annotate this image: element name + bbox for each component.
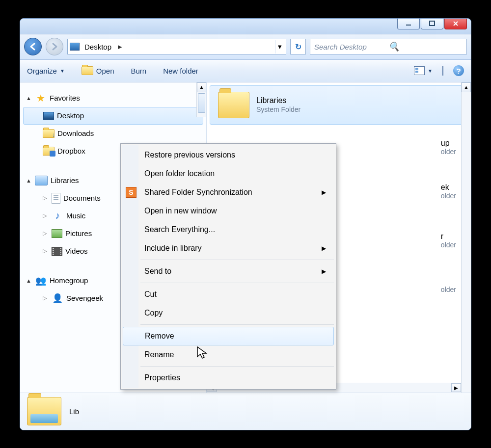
menu-rename[interactable]: Rename bbox=[122, 345, 335, 364]
folder-icon bbox=[218, 92, 249, 118]
desktop-icon bbox=[70, 43, 80, 51]
menu-label: Cut bbox=[144, 290, 157, 299]
scroll-thumb[interactable] bbox=[198, 93, 205, 113]
forward-button[interactable] bbox=[46, 38, 63, 55]
menu-separator bbox=[140, 324, 334, 325]
explorer-window: Desktop ▶ ▾ ↻ Search Desktop 🔍 Organize … bbox=[20, 18, 471, 430]
scroll-right-icon[interactable]: ▶ bbox=[451, 383, 461, 392]
document-icon bbox=[52, 193, 60, 204]
menu-copy[interactable]: Copy bbox=[122, 304, 335, 322]
file-type-partial: older bbox=[441, 241, 456, 249]
chevron-down-icon: ▼ bbox=[428, 68, 433, 74]
search-input[interactable]: Search Desktop 🔍 bbox=[310, 39, 467, 54]
sidebar-item-label: Music bbox=[66, 211, 85, 220]
expand-icon[interactable]: ▷ bbox=[43, 230, 49, 237]
submenu-arrow-icon: ▶ bbox=[322, 245, 326, 252]
back-button[interactable] bbox=[24, 38, 42, 55]
submenu-arrow-icon: ▶ bbox=[322, 268, 326, 275]
sidebar-item-label: Pictures bbox=[65, 229, 92, 237]
collapse-icon[interactable]: ▲ bbox=[26, 95, 32, 101]
toolbar: Organize ▼ Open Burn New folder ▼ ? bbox=[20, 60, 471, 82]
homegroup-label: Homegroup bbox=[50, 276, 88, 285]
details-name-partial: Lib bbox=[69, 407, 79, 416]
expand-icon[interactable]: ▷ bbox=[43, 195, 49, 201]
breadcrumb-arrow-icon[interactable]: ▶ bbox=[116, 44, 123, 50]
menu-open-folder-location[interactable]: Open folder location bbox=[122, 164, 335, 183]
menu-label: Include in library bbox=[144, 244, 202, 253]
pane-icon bbox=[442, 66, 443, 76]
menu-shared-folder-sync[interactable]: S Shared Folder Synchronization ▶ bbox=[122, 183, 335, 202]
preview-pane-button[interactable] bbox=[442, 67, 443, 75]
menu-remove[interactable]: Remove bbox=[123, 327, 334, 345]
address-dropdown[interactable]: ▾ bbox=[275, 40, 284, 53]
libraries-icon bbox=[35, 176, 48, 185]
sidebar-item-label: Documents bbox=[63, 194, 101, 202]
favorites-label: Favorites bbox=[50, 94, 80, 102]
menu-separator bbox=[140, 366, 334, 367]
file-type-partial: older bbox=[441, 148, 456, 156]
new-folder-button[interactable]: New folder bbox=[163, 67, 198, 75]
svg-rect-0 bbox=[406, 25, 411, 26]
downloads-folder-icon bbox=[43, 129, 55, 138]
menu-open-in-new-window[interactable]: Open in new window bbox=[122, 202, 335, 220]
person-icon: 👤 bbox=[52, 293, 63, 304]
open-button[interactable]: Open bbox=[82, 66, 114, 75]
context-menu: Restore previous versions Open folder lo… bbox=[120, 143, 336, 390]
videos-icon bbox=[52, 247, 62, 256]
sidebar-item-label: Desktop bbox=[57, 111, 84, 120]
menu-send-to[interactable]: Send to ▶ bbox=[122, 262, 335, 281]
menu-label: Open in new window bbox=[144, 207, 217, 215]
organize-label: Organize bbox=[27, 67, 57, 75]
expand-icon[interactable]: ▷ bbox=[43, 248, 49, 254]
file-name-partial: r bbox=[441, 232, 443, 240]
menu-restore-previous-versions[interactable]: Restore previous versions bbox=[122, 146, 335, 164]
refresh-icon: ↻ bbox=[295, 42, 301, 52]
submenu-arrow-icon: ▶ bbox=[322, 189, 326, 196]
menu-label: Shared Folder Synchronization bbox=[144, 188, 252, 197]
menu-label: Copy bbox=[144, 309, 163, 317]
chevron-down-icon: ▼ bbox=[60, 68, 65, 74]
menu-label: Remove bbox=[145, 332, 174, 341]
sidebar-section-favorites[interactable]: ▲ ★ Favorites bbox=[20, 89, 206, 107]
breadcrumb-desktop[interactable]: Desktop bbox=[82, 43, 113, 51]
new-folder-label: New folder bbox=[163, 67, 198, 75]
file-type-partial: older bbox=[441, 286, 456, 293]
monitor-icon bbox=[43, 112, 54, 120]
collapse-icon[interactable]: ▲ bbox=[26, 278, 32, 284]
refresh-button[interactable]: ↻ bbox=[290, 39, 306, 54]
menu-label: Rename bbox=[144, 350, 174, 359]
menu-search-everything[interactable]: Search Everything... bbox=[122, 220, 335, 239]
file-item-libraries[interactable]: Libraries System Folder bbox=[210, 85, 468, 125]
sidebar-item-label: Sevengeek bbox=[66, 294, 103, 302]
help-button[interactable]: ? bbox=[453, 65, 464, 76]
folder-icon bbox=[27, 397, 61, 425]
expand-icon[interactable]: ▷ bbox=[43, 212, 49, 219]
menu-label: Send to bbox=[144, 267, 171, 276]
main-vertical-scrollbar[interactable]: ▲ bbox=[461, 82, 471, 393]
sidebar-scrollbar[interactable]: ▲ bbox=[196, 82, 206, 117]
minimize-button[interactable] bbox=[397, 19, 420, 29]
menu-label: Open folder location bbox=[144, 169, 215, 178]
expand-icon[interactable]: ▷ bbox=[43, 295, 49, 301]
search-placeholder: Search Desktop bbox=[314, 43, 388, 51]
menu-separator bbox=[140, 283, 334, 283]
nav-bar: Desktop ▶ ▾ ↻ Search Desktop 🔍 bbox=[20, 34, 471, 60]
burn-button[interactable]: Burn bbox=[131, 67, 146, 75]
file-name-partial: ek bbox=[441, 183, 449, 191]
menu-cut[interactable]: Cut bbox=[122, 285, 335, 304]
scroll-up-icon[interactable]: ▲ bbox=[197, 82, 206, 92]
sidebar-item-downloads[interactable]: Downloads bbox=[20, 125, 206, 142]
sidebar-item-desktop[interactable]: Desktop bbox=[23, 107, 203, 125]
menu-include-in-library[interactable]: Include in library ▶ bbox=[122, 239, 335, 258]
collapse-icon[interactable]: ▲ bbox=[26, 178, 32, 184]
close-button[interactable] bbox=[444, 19, 467, 29]
scroll-up-icon[interactable]: ▲ bbox=[462, 82, 471, 92]
file-name-partial: up bbox=[441, 139, 450, 147]
maximize-button[interactable] bbox=[421, 19, 443, 29]
menu-properties[interactable]: Properties bbox=[122, 369, 335, 387]
pictures-icon bbox=[52, 229, 62, 238]
view-options-button[interactable]: ▼ bbox=[414, 66, 433, 75]
address-bar[interactable]: Desktop ▶ ▾ bbox=[67, 39, 286, 54]
organize-menu[interactable]: Organize ▼ bbox=[27, 67, 65, 75]
burn-label: Burn bbox=[131, 67, 146, 75]
